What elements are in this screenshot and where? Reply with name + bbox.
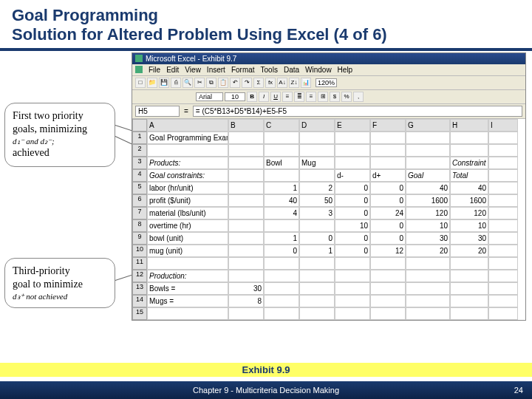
cell-A15[interactable] <box>147 307 228 320</box>
cell-F14[interactable] <box>370 295 406 307</box>
cell-H1[interactable] <box>450 132 488 144</box>
cell-I13[interactable] <box>488 282 518 295</box>
cell-D11[interactable] <box>299 257 335 270</box>
menu-insert[interactable]: Insert <box>207 66 225 74</box>
cell-C7[interactable]: 4 <box>264 207 299 219</box>
cell-C3[interactable]: Bowl <box>264 157 299 169</box>
rowhdr-6[interactable]: 6 <box>132 194 147 207</box>
menu-tools[interactable]: Tools <box>261 66 278 74</box>
rowhdr-15[interactable]: 15 <box>132 307 147 320</box>
currency-icon[interactable]: $ <box>330 92 340 102</box>
cell-H12[interactable] <box>450 270 488 282</box>
sort-asc-icon[interactable]: A↓ <box>277 78 287 88</box>
rowhdr-10[interactable]: 10 <box>132 245 147 257</box>
cell-A11[interactable] <box>147 257 228 270</box>
cell-B7[interactable] <box>228 207 264 219</box>
cell-H14[interactable] <box>450 295 488 307</box>
col-B[interactable]: B <box>228 119 264 132</box>
save-icon[interactable]: 💾 <box>159 78 169 88</box>
cell-E9[interactable]: 0 <box>335 232 370 245</box>
cell-D10[interactable]: 1 <box>299 245 335 257</box>
merge-icon[interactable]: ⊞ <box>318 92 328 102</box>
cell-A14[interactable]: Mugs = <box>147 295 228 307</box>
cell-B9[interactable] <box>228 232 264 245</box>
cell-H3[interactable]: Constraint <box>450 157 488 169</box>
cell-A1[interactable]: Goal Programming Example: The Beaver Cre… <box>147 132 228 144</box>
cell-H5[interactable]: 40 <box>450 182 488 194</box>
cell-C12[interactable] <box>264 270 299 282</box>
col-G[interactable]: G <box>406 119 450 132</box>
cell-C13[interactable] <box>264 282 299 295</box>
undo-icon[interactable]: ↶ <box>230 78 240 88</box>
cell-A2[interactable] <box>147 144 228 157</box>
cell-D12[interactable] <box>299 270 335 282</box>
cell-D15[interactable] <box>299 307 335 320</box>
menu-view[interactable]: View <box>185 66 201 74</box>
col-D[interactable]: D <box>299 119 335 132</box>
cell-F15[interactable] <box>370 307 406 320</box>
cell-D7[interactable]: 3 <box>299 207 335 219</box>
cell-I6[interactable] <box>488 194 518 207</box>
cell-G8[interactable]: 10 <box>406 219 450 232</box>
cell-F8[interactable]: 0 <box>370 219 406 232</box>
cell-B6[interactable] <box>228 194 264 207</box>
cell-H8[interactable]: 10 <box>450 219 488 232</box>
cell-F12[interactable] <box>370 270 406 282</box>
cell-B15[interactable] <box>228 307 264 320</box>
align-center-icon[interactable]: ≣ <box>294 92 304 102</box>
menubar[interactable]: File Edit View Insert Format Tools Data … <box>132 64 525 76</box>
cell-I1[interactable] <box>488 132 518 144</box>
rowhdr-7[interactable]: 7 <box>132 207 147 219</box>
cell-D14[interactable] <box>299 295 335 307</box>
rowhdr-2[interactable]: 2 <box>132 144 147 157</box>
cell-H6[interactable]: 1600 <box>450 194 488 207</box>
cell-E2[interactable] <box>335 144 370 157</box>
cell-I14[interactable] <box>488 295 518 307</box>
cell-F7[interactable]: 24 <box>370 207 406 219</box>
cell-E1[interactable] <box>335 132 370 144</box>
cell-I4[interactable] <box>488 169 518 182</box>
cell-B3[interactable] <box>228 157 264 169</box>
cell-F5[interactable]: 0 <box>370 182 406 194</box>
underline-icon[interactable]: U <box>270 92 281 102</box>
rowhdr-8[interactable]: 8 <box>132 219 147 232</box>
preview-icon[interactable]: 🔍 <box>183 78 193 88</box>
cell-G6[interactable]: 1600 <box>406 194 450 207</box>
cell-G11[interactable] <box>406 257 450 270</box>
cell-G10[interactable]: 20 <box>406 245 450 257</box>
rowhdr-9[interactable]: 9 <box>132 232 147 245</box>
rowhdr-3[interactable]: 3 <box>132 157 147 169</box>
cell-A8[interactable]: overtime (hr) <box>147 219 228 232</box>
cell-H9[interactable]: 30 <box>450 232 488 245</box>
col-E[interactable]: E <box>335 119 370 132</box>
menu-edit[interactable]: Edit <box>166 66 179 74</box>
cell-E8[interactable]: 10 <box>335 219 370 232</box>
print-icon[interactable]: ⎙ <box>171 78 181 88</box>
cell-G2[interactable] <box>406 144 450 157</box>
cell-F10[interactable]: 12 <box>370 245 406 257</box>
cell-E15[interactable] <box>335 307 370 320</box>
font-box[interactable]: Arial <box>196 92 223 101</box>
cell-B13[interactable]: 30 <box>228 282 264 295</box>
cell-A6[interactable]: profit ($/unit) <box>147 194 228 207</box>
fx-icon[interactable]: fx <box>265 78 276 88</box>
cell-G1[interactable] <box>406 132 450 144</box>
menu-data[interactable]: Data <box>284 66 299 74</box>
cell-C15[interactable] <box>264 307 299 320</box>
cell-G3[interactable] <box>406 157 450 169</box>
cell-C6[interactable]: 40 <box>264 194 299 207</box>
cell-E4[interactable]: d- <box>335 169 370 182</box>
cell-H2[interactable] <box>450 144 488 157</box>
cell-C2[interactable] <box>264 144 299 157</box>
rowhdr-11[interactable]: 11 <box>132 257 147 270</box>
cell-D8[interactable] <box>299 219 335 232</box>
cell-B1[interactable] <box>228 132 264 144</box>
col-C[interactable]: C <box>264 119 299 132</box>
menu-window[interactable]: Window <box>305 66 332 74</box>
cell-I8[interactable] <box>488 219 518 232</box>
cell-H11[interactable] <box>450 257 488 270</box>
cell-E6[interactable]: 0 <box>335 194 370 207</box>
paste-icon[interactable]: 📋 <box>218 78 228 88</box>
cell-G4[interactable]: Goal <box>406 169 450 182</box>
cell-F1[interactable] <box>370 132 406 144</box>
